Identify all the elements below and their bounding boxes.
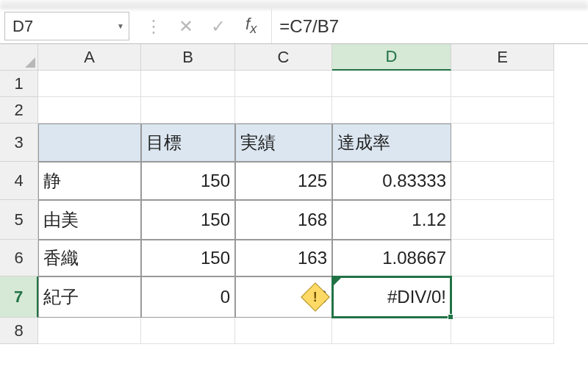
cell-C3[interactable]: 実績: [235, 124, 332, 162]
enter-icon[interactable]: ✓: [209, 16, 228, 37]
row-2: 2: [0, 97, 588, 124]
col-header-E[interactable]: E: [451, 44, 554, 71]
col-header-D[interactable]: D: [332, 44, 451, 71]
row-5: 5 由美 150 168 1.12: [0, 200, 588, 240]
cell-D3[interactable]: 達成率: [332, 124, 451, 162]
cell-B4[interactable]: 150: [141, 162, 235, 200]
name-box-value: D7: [5, 17, 112, 36]
cell-A8[interactable]: [38, 318, 141, 344]
cell-D1[interactable]: [332, 71, 451, 97]
cancel-icon[interactable]: ✕: [176, 16, 196, 37]
warning-icon: !: [313, 290, 318, 305]
col-header-B[interactable]: B: [141, 44, 235, 71]
cell-B1[interactable]: [141, 71, 235, 97]
cell-B8[interactable]: [141, 318, 235, 344]
cell-C2[interactable]: [235, 97, 332, 124]
fx-icon[interactable]: fx: [241, 15, 261, 37]
cell-B5[interactable]: 150: [141, 200, 235, 240]
cell-B7[interactable]: 0: [141, 276, 235, 318]
cell-A5[interactable]: 由美: [38, 200, 141, 240]
cell-E3[interactable]: [451, 124, 554, 162]
error-triangle-icon: [334, 278, 341, 285]
row-header-5[interactable]: 5: [0, 200, 38, 240]
row-1: 1: [0, 71, 588, 97]
name-box-dropdown-icon[interactable]: ▼: [112, 22, 129, 30]
row-header-6[interactable]: 6: [0, 240, 38, 276]
cell-A3[interactable]: [38, 124, 141, 162]
row-header-3[interactable]: 3: [0, 124, 38, 162]
row-header-4[interactable]: 4: [0, 162, 38, 200]
cell-B6[interactable]: 150: [141, 240, 235, 276]
cell-E5[interactable]: [451, 200, 554, 240]
cell-A4[interactable]: 静: [38, 162, 141, 200]
row-4: 4 静 150 125 0.83333: [0, 162, 588, 200]
row-3: 3 目標 実績 達成率: [0, 124, 588, 162]
error-smart-tag[interactable]: !: [305, 287, 326, 307]
cell-C5[interactable]: 168: [235, 200, 332, 240]
cell-C8[interactable]: [235, 318, 332, 344]
row-header-1[interactable]: 1: [0, 71, 38, 97]
col-header-C[interactable]: C: [235, 44, 332, 71]
row-header-7[interactable]: 7: [0, 276, 38, 318]
cell-E7[interactable]: [451, 276, 554, 318]
cell-D7[interactable]: ! #DIV/0!: [332, 276, 451, 318]
cell-C1[interactable]: [235, 71, 332, 97]
row-header-2[interactable]: 2: [0, 97, 38, 124]
column-headers: A B C D E: [0, 44, 588, 71]
options-icon[interactable]: ⋮: [144, 16, 163, 37]
cell-C6[interactable]: 163: [235, 240, 332, 276]
cell-E6[interactable]: [451, 240, 554, 276]
cell-B3[interactable]: 目標: [141, 124, 235, 162]
formula-bar: D7 ▼ ⋮ ✕ ✓ fx =C7/B7: [0, 9, 588, 44]
cell-B2[interactable]: [141, 97, 235, 124]
formula-input[interactable]: =C7/B7: [271, 9, 588, 43]
row-header-8[interactable]: 8: [0, 318, 38, 344]
cell-D6[interactable]: 1.08667: [332, 240, 451, 276]
cell-D4[interactable]: 0.83333: [332, 162, 451, 200]
cell-E2[interactable]: [451, 97, 554, 124]
cell-C4[interactable]: 125: [235, 162, 332, 200]
cell-A2[interactable]: [38, 97, 141, 124]
cell-E8[interactable]: [451, 318, 554, 344]
row-7: 7 紀子 0 56 ! #DIV/0!: [0, 276, 588, 318]
name-box[interactable]: D7 ▼: [4, 12, 129, 40]
cell-E1[interactable]: [451, 71, 554, 97]
cell-A6[interactable]: 香織: [38, 240, 141, 276]
ribbon-edge: [0, 0, 588, 9]
col-header-A[interactable]: A: [38, 44, 141, 71]
formula-bar-buttons: ⋮ ✕ ✓ fx: [134, 9, 271, 43]
cell-D2[interactable]: [332, 97, 451, 124]
cell-E4[interactable]: [451, 162, 554, 200]
row-8: 8: [0, 318, 588, 344]
cell-A7[interactable]: 紀子: [38, 276, 141, 318]
fill-handle[interactable]: [448, 314, 453, 320]
row-6: 6 香織 150 163 1.08667: [0, 240, 588, 276]
spreadsheet-grid: A B C D E 1 2 3 目標 実績 達成率 4 静 150 125 0.…: [0, 44, 588, 344]
select-all-corner[interactable]: [0, 44, 38, 71]
cell-D7-value: #DIV/0!: [387, 287, 446, 307]
cell-D8[interactable]: [332, 318, 451, 344]
cell-D5[interactable]: 1.12: [332, 200, 451, 240]
cell-A1[interactable]: [38, 71, 141, 97]
